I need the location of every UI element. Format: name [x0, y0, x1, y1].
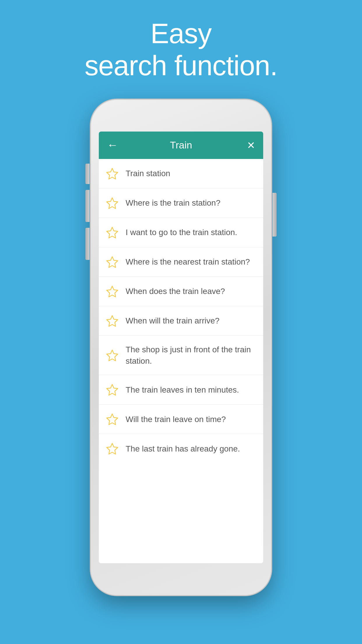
star-icon[interactable]: [106, 349, 119, 362]
list-item[interactable]: When does the train leave?: [99, 277, 263, 306]
headline: Easy search function.: [85, 18, 277, 82]
phrase-text: Will the train leave on time?: [126, 414, 226, 425]
phrase-text: The shop is just in front of the train s…: [126, 344, 256, 367]
phrase-text: Where is the nearest train station?: [126, 256, 250, 267]
list-item[interactable]: Train station: [99, 159, 263, 188]
side-button-power: [273, 193, 277, 237]
phrase-list: Train station Where is the train station…: [99, 159, 263, 563]
phrase-text: When will the train arrive?: [126, 315, 219, 326]
phrase-text: Train station: [126, 168, 170, 179]
side-button-vol-up: [85, 190, 89, 222]
list-item[interactable]: Where is the nearest train station?: [99, 247, 263, 277]
star-icon[interactable]: [106, 167, 119, 180]
star-icon[interactable]: [106, 197, 119, 209]
phrase-text: When does the train leave?: [126, 286, 225, 297]
svg-marker-6: [107, 350, 118, 361]
star-icon[interactable]: [106, 226, 119, 239]
list-item[interactable]: When will the train arrive?: [99, 306, 263, 336]
headline-line2: search function.: [85, 50, 277, 81]
svg-marker-4: [107, 286, 118, 297]
list-item[interactable]: The train leaves in ten minutes.: [99, 375, 263, 405]
star-icon[interactable]: [106, 256, 119, 268]
phone-mockup: ← Train ✕ Train station Where is the tra…: [91, 99, 271, 595]
close-button[interactable]: ✕: [247, 139, 255, 151]
list-item[interactable]: I want to go to the train station.: [99, 218, 263, 247]
phrase-text: The train leaves in ten minutes.: [126, 384, 239, 396]
phrase-text: The last train has already gone.: [126, 443, 240, 454]
svg-marker-1: [107, 198, 118, 209]
app-header: ← Train ✕: [99, 132, 263, 159]
svg-marker-2: [107, 227, 118, 238]
phrase-text: I want to go to the train station.: [126, 227, 237, 238]
side-button-mute: [85, 164, 89, 184]
star-icon[interactable]: [106, 285, 119, 298]
svg-marker-9: [107, 443, 118, 454]
svg-marker-5: [107, 316, 118, 326]
app-title: Train: [170, 139, 192, 151]
list-item[interactable]: Will the train leave on time?: [99, 405, 263, 434]
star-icon[interactable]: [106, 314, 119, 327]
svg-marker-8: [107, 414, 118, 425]
list-item[interactable]: The last train has already gone.: [99, 434, 263, 463]
star-icon[interactable]: [106, 383, 119, 396]
star-icon[interactable]: [106, 413, 119, 426]
star-icon[interactable]: [106, 442, 119, 455]
headline-line1: Easy: [150, 18, 211, 49]
svg-marker-0: [107, 168, 118, 179]
list-item[interactable]: The shop is just in front of the train s…: [99, 336, 263, 375]
phone-screen: ← Train ✕ Train station Where is the tra…: [99, 132, 263, 563]
svg-marker-7: [107, 384, 118, 395]
phrase-text: Where is the train station?: [126, 197, 220, 209]
list-item[interactable]: Where is the train station?: [99, 188, 263, 218]
back-button[interactable]: ←: [107, 139, 118, 151]
side-button-vol-down: [85, 228, 89, 260]
svg-marker-3: [107, 257, 118, 267]
